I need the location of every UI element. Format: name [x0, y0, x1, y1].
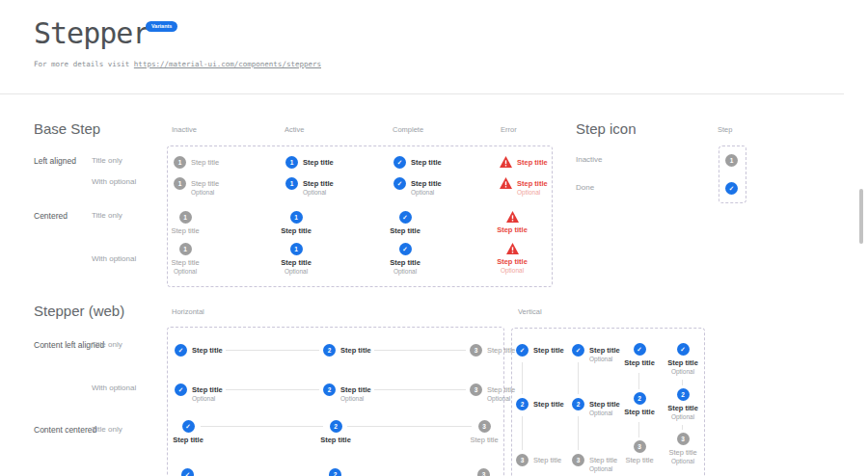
row-label-centered: Centered: [34, 211, 68, 221]
row-label-left-aligned: Left aligned: [34, 156, 76, 166]
step-title: Step title: [470, 436, 498, 444]
step-connector: [522, 416, 523, 450]
material-ui-link[interactable]: https://material-ui.com/components/stepp…: [134, 60, 321, 68]
vstep-inactive: 3 Step title: [516, 454, 561, 466]
step-title: Step title: [517, 156, 548, 169]
step-title: Step title: [173, 436, 203, 444]
vstep-centered-inactive-optional: 3 Step title Optional: [652, 433, 714, 465]
step-connector: [682, 425, 683, 430]
stepper-spec-page: Stepper Variants For more details visit …: [0, 0, 868, 476]
step-number-icon: 2: [323, 383, 336, 396]
step-optional: Optional: [192, 395, 223, 403]
error-icon: [500, 156, 512, 168]
hstep-centered-inactive: 3 Step title: [453, 420, 515, 444]
step-number-icon: 3: [477, 468, 490, 476]
step-title: Step title: [624, 358, 655, 367]
step-optional: Optional: [340, 395, 371, 403]
step-title: Step title: [171, 258, 199, 267]
column-header-step: Step: [718, 125, 732, 134]
step-optional: Optional: [671, 368, 694, 376]
step-title: Step title: [281, 258, 312, 267]
subtitle: For more details visit https://material-…: [34, 60, 321, 68]
step-optional: Optional: [191, 189, 219, 197]
step-number-icon: 1: [179, 243, 192, 255]
step-optional: Optional: [517, 189, 548, 197]
step-centered-error: Step title: [481, 211, 543, 234]
step-complete: ✓ Step title: [393, 156, 442, 169]
step-title: Step title: [411, 156, 442, 169]
step-error: Step title: [500, 156, 548, 169]
step-centered-error-optional: Step title Optional: [481, 243, 543, 275]
step-connector: [578, 362, 579, 394]
section-heading-base-step: Base Step: [34, 120, 100, 137]
step-number-icon: 3: [478, 420, 491, 433]
step-title: Step title: [624, 408, 655, 416]
step-number-icon: 1: [725, 154, 738, 167]
column-header-error: Error: [501, 125, 517, 134]
step-number-icon: 3: [470, 383, 482, 396]
vstep-complete: ✓ Step title: [516, 344, 564, 357]
step-title: Step title: [320, 436, 351, 444]
step-title: Step title: [281, 226, 312, 235]
step-number-icon: 3: [677, 433, 690, 445]
step-active-optional: 1 Step titleOptional: [285, 177, 334, 197]
header-divider: [0, 93, 844, 94]
row-sublabel-with-optional: With optional: [92, 177, 136, 186]
step-optional: Optional: [589, 465, 617, 473]
vstep-active: 2 Step title: [516, 398, 564, 410]
hstep-centered-complete: ✓ Step title: [157, 420, 219, 444]
step-number-icon: 3: [470, 344, 482, 357]
check-icon: ✓: [634, 343, 646, 356]
step-title: Step title: [533, 398, 564, 410]
hstep-active-optional: 2 Step titleOptional: [323, 383, 371, 403]
row-sublabel-title-only: Title only: [92, 211, 122, 220]
step-connector: [226, 350, 319, 351]
scrollbar-thumb[interactable]: [859, 189, 863, 244]
check-icon: ✓: [393, 177, 406, 190]
step-title: Step title: [668, 448, 696, 457]
section-heading-stepper-web: Stepper (web): [34, 303, 124, 319]
step-optional: Optional: [671, 458, 694, 465]
step-optional: Optional: [174, 268, 197, 276]
check-icon: ✓: [399, 243, 412, 255]
step-number-icon: 1: [285, 156, 298, 169]
row-sublabel-title-only: Title only: [92, 340, 122, 349]
step-title: Step title: [625, 456, 653, 464]
step-centered-inactive: 1 Step title: [154, 211, 216, 235]
check-icon: ✓: [182, 420, 195, 433]
step-centered-active: 1 Step title: [265, 211, 327, 235]
step-number-icon: 2: [323, 344, 336, 357]
step-optional: Optional: [501, 267, 524, 275]
column-header-inactive: Inactive: [172, 125, 197, 134]
step-number-icon: 3: [516, 454, 529, 466]
hstep-complete: ✓ Step title: [175, 344, 223, 357]
step-number-icon: 1: [285, 177, 298, 190]
error-icon: [506, 243, 519, 254]
vstep-centered-complete-optional: ✓ Step title Optional: [652, 343, 714, 376]
step-connector: [638, 422, 639, 437]
hstep-inactive: 3 Step title: [470, 344, 515, 357]
check-icon: ✓: [572, 344, 584, 357]
hstep-inactive-optional: 3 Step titleOptional: [470, 383, 515, 403]
step-number-icon: 2: [634, 392, 646, 405]
row-label-done: Done: [576, 183, 594, 192]
column-header-complete: Complete: [393, 125, 423, 134]
step-centered-complete-optional: ✓ Step title Optional: [374, 243, 436, 276]
check-icon: ✓: [175, 344, 187, 357]
step-connector: [638, 373, 639, 389]
step-inactive-optional: 1 Step titleOptional: [174, 177, 219, 197]
step-centered-inactive-optional: 1 Step title Optional: [154, 243, 216, 276]
step-title: Step title: [667, 404, 698, 412]
step-title: Step title: [390, 258, 420, 267]
step-title: Step title: [340, 344, 371, 357]
row-sublabel-title-only: Title only: [92, 425, 122, 434]
check-icon: ✓: [181, 468, 194, 476]
step-title: Step title: [192, 344, 223, 357]
step-title: Step title: [171, 226, 199, 235]
step-number-icon: 2: [329, 468, 341, 476]
step-number-icon: 2: [330, 420, 342, 433]
step-inactive: 1 Step title: [174, 156, 219, 169]
step-number-icon: 1: [290, 211, 303, 224]
variants-badge: Variants: [146, 21, 177, 32]
error-icon: [506, 211, 519, 223]
